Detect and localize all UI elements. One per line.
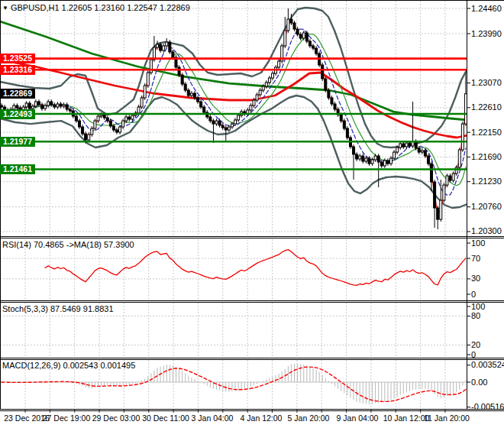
fast-ma-red bbox=[5, 21, 466, 214]
date-axis-label: 9 Jan 04:00 bbox=[337, 413, 379, 423]
candle-body bbox=[278, 61, 280, 67]
indicator-axis-label: 0.00 bbox=[471, 378, 487, 387]
candle-body bbox=[53, 105, 56, 107]
candle-body bbox=[256, 95, 258, 100]
candle-body bbox=[315, 48, 318, 54]
candle-body bbox=[234, 120, 237, 124]
price-axis-label: 1.20760 bbox=[471, 202, 502, 211]
candle-body bbox=[131, 115, 134, 119]
candle-body bbox=[44, 105, 47, 109]
indicator-axis-label: 0 bbox=[471, 350, 476, 359]
candle-body bbox=[85, 134, 87, 140]
resistance-price-tag: 1.23525 bbox=[0, 54, 35, 63]
date-axis-label: 30 Dec 11:00 bbox=[142, 413, 189, 423]
candle-body bbox=[200, 102, 202, 107]
support-price-tag: 1.21977 bbox=[0, 137, 35, 147]
candle-body bbox=[169, 42, 171, 52]
candle-body bbox=[464, 94, 467, 124]
candle-body bbox=[452, 173, 454, 180]
candle-body bbox=[34, 102, 37, 106]
candle-body bbox=[197, 98, 199, 102]
price-axis-label: 1.24460 bbox=[471, 4, 502, 13]
resistance-price-tag: 1.23316 bbox=[0, 65, 35, 75]
date-axis-label: 3 Jan 04:00 bbox=[192, 413, 234, 423]
candle-body bbox=[28, 103, 31, 109]
candle-body bbox=[374, 156, 376, 160]
price-axis-label: 1.22610 bbox=[471, 102, 502, 112]
price-axis-label: 1.23990 bbox=[471, 29, 502, 38]
candle-body bbox=[178, 67, 180, 75]
candle-body bbox=[259, 90, 261, 95]
candle-body bbox=[109, 121, 111, 126]
candle-body bbox=[287, 19, 289, 31]
current-price-tag: 1.22869 bbox=[0, 89, 35, 99]
chevron-down-icon: ▼ bbox=[2, 5, 8, 11]
indicator-axis-label: 20 bbox=[471, 340, 480, 349]
candle-body bbox=[461, 124, 464, 150]
indicator-axis-label: 0 bbox=[471, 290, 476, 299]
support-price-tag: 1.21461 bbox=[0, 164, 35, 174]
candle-body bbox=[424, 151, 426, 156]
candle-body bbox=[187, 90, 189, 96]
indicator-axis-label: 100 bbox=[471, 238, 485, 248]
candle-body bbox=[437, 208, 439, 219]
date-axis-label: 4 Jan 12:00 bbox=[241, 413, 283, 423]
indicator-axis-label: 80 bbox=[471, 311, 480, 320]
candle-body bbox=[402, 144, 405, 147]
candle-body bbox=[443, 185, 445, 200]
candle-body bbox=[334, 104, 336, 109]
candle-body bbox=[37, 102, 40, 105]
candle-body bbox=[163, 46, 165, 50]
candle-body bbox=[250, 105, 252, 110]
candle-body bbox=[299, 34, 302, 38]
candle-body bbox=[296, 29, 299, 34]
date-axis-label: 5 Jan 20:00 bbox=[288, 413, 330, 423]
candle-body bbox=[215, 121, 218, 124]
price-axis-label: 1.20300 bbox=[471, 226, 502, 235]
candle-body bbox=[431, 164, 433, 182]
candle-body bbox=[262, 86, 264, 90]
candle-body bbox=[128, 117, 131, 119]
candle-body bbox=[112, 126, 115, 130]
candle-body bbox=[25, 103, 27, 107]
date-axis-label: 10 Jan 12:00 bbox=[383, 413, 430, 423]
candle-body bbox=[94, 121, 96, 128]
candle-body bbox=[421, 151, 423, 152]
candle-body bbox=[63, 105, 65, 106]
candle-body bbox=[212, 121, 215, 124]
candle-body bbox=[16, 105, 18, 108]
candle-body bbox=[359, 156, 361, 159]
candle-body bbox=[119, 127, 121, 132]
candle-body bbox=[82, 127, 84, 134]
candle-body bbox=[396, 148, 399, 152]
candle-body bbox=[225, 128, 227, 130]
candle-body bbox=[144, 86, 146, 98]
candle-body bbox=[103, 115, 105, 118]
candle-body bbox=[365, 158, 367, 161]
candle-body bbox=[181, 75, 183, 84]
candle-body bbox=[184, 84, 186, 90]
candle-body bbox=[265, 83, 267, 86]
candle-body bbox=[446, 176, 448, 185]
candle-body bbox=[203, 107, 205, 112]
indicator-axis-label: 70 bbox=[471, 254, 480, 263]
candle-body bbox=[380, 162, 383, 166]
indicator-axis-label: 0.003524 bbox=[471, 360, 504, 369]
candle-body bbox=[325, 79, 327, 90]
candle-body bbox=[122, 121, 124, 127]
candle-body bbox=[321, 65, 324, 79]
support-price-tag: 1.22493 bbox=[0, 109, 35, 119]
candle-body bbox=[75, 116, 77, 121]
candle-body bbox=[190, 93, 192, 96]
chart-title-text: GBPUSD,H1 1.22605 1.23160 1.22547 1.2286… bbox=[11, 3, 190, 12]
candle-body bbox=[137, 107, 140, 113]
candle-body bbox=[409, 143, 411, 146]
candle-body bbox=[271, 73, 273, 78]
candle-body bbox=[209, 117, 212, 121]
candle-body bbox=[346, 128, 348, 138]
indicator-axis-label: 100 bbox=[471, 302, 485, 311]
candle-body bbox=[353, 147, 355, 154]
date-axis-label: 11 Jan 20:00 bbox=[424, 413, 470, 423]
price-axis-label: 1.21230 bbox=[471, 177, 502, 186]
candle-body bbox=[88, 135, 90, 140]
